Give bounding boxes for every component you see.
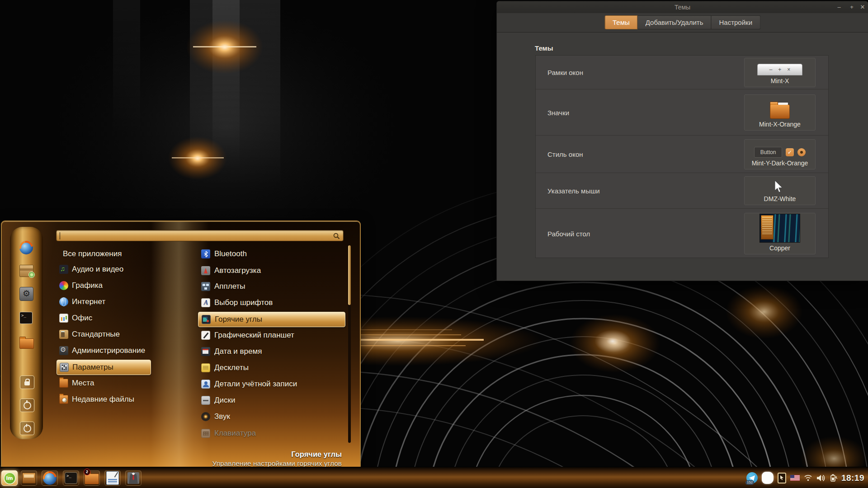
- tab-settings[interactable]: Настройки: [711, 15, 760, 29]
- terminal-icon: >_: [19, 312, 33, 324]
- category-administration[interactable]: Администрирование: [57, 343, 150, 358]
- taskbar-suit-app[interactable]: [125, 470, 142, 486]
- tab-bar: Темы Добавить/Удалить Настройки: [497, 13, 868, 33]
- mint-menu: ⚙ >_ Все приложения Аудио и видео График…: [1, 221, 361, 469]
- category-internet[interactable]: Интернет: [57, 295, 150, 309]
- app-keyboard[interactable]: Клавиатура: [198, 426, 344, 441]
- input-method-tray-icon[interactable]: [778, 473, 786, 483]
- window-borders-chooser[interactable]: – + × Mint-X: [744, 58, 816, 87]
- category-accessories[interactable]: Стандартные: [57, 327, 150, 342]
- account-icon: [201, 380, 210, 389]
- suit-icon: [127, 472, 140, 484]
- show-desktop-button[interactable]: [21, 470, 37, 486]
- row-desktop-background: Рабочий стол Copper: [536, 209, 828, 258]
- scrollbar-thumb[interactable]: [348, 245, 351, 305]
- category-office[interactable]: Офис: [57, 311, 150, 325]
- app-applets[interactable]: Апплеты: [198, 279, 344, 294]
- taskbar-terminal[interactable]: >_: [63, 470, 79, 486]
- minimize-button[interactable]: –: [835, 3, 844, 11]
- window-titlebar[interactable]: Темы – + ✕: [497, 1, 868, 14]
- window-content: Темы Рамки окон – + × Mint-X Значки Mint…: [497, 33, 868, 281]
- battery-icon[interactable]: [830, 474, 837, 482]
- category-places[interactable]: Места: [57, 376, 150, 390]
- keyboard-layout-flag[interactable]: [790, 475, 800, 481]
- app-font-selection[interactable]: Выбор шрифтов: [198, 296, 344, 310]
- app-hot-corners[interactable]: Горячие углы: [198, 312, 345, 327]
- keyboard-icon: [201, 429, 210, 438]
- category-recent-files[interactable]: Недавние файлы: [57, 392, 150, 407]
- theme-value: Mint-Y-Dark-Orange: [752, 160, 808, 167]
- audio-video-icon: [59, 265, 68, 274]
- disks-icon: [201, 396, 210, 405]
- app-sound[interactable]: Звук: [198, 409, 344, 424]
- gears-icon: ⚙: [19, 287, 33, 301]
- taskbar-writer[interactable]: [104, 470, 121, 486]
- menu-button[interactable]: lm: [1, 470, 18, 486]
- telegram-tray-icon[interactable]: 152: [746, 472, 758, 483]
- category-preferences[interactable]: Параметры: [57, 360, 151, 375]
- app-disks[interactable]: Диски: [198, 393, 344, 408]
- sound-icon: [201, 412, 210, 421]
- row-label: Рамки окон: [547, 69, 583, 76]
- logout-button[interactable]: [20, 399, 34, 412]
- maximize-button[interactable]: +: [847, 3, 856, 11]
- show-desktop-icon: [22, 473, 36, 483]
- office-icon: [59, 314, 68, 323]
- firefox-icon: [43, 471, 57, 485]
- category-graphics[interactable]: Графика: [57, 278, 150, 293]
- places-icon: [59, 379, 68, 388]
- app-autostart[interactable]: Автозагрузка: [198, 263, 344, 278]
- close-button[interactable]: ✕: [858, 3, 867, 11]
- app-date-time[interactable]: Дата и время: [198, 344, 344, 359]
- terminal-launcher[interactable]: >_: [19, 311, 33, 325]
- app-desklets[interactable]: Десклеты: [198, 361, 344, 375]
- hot-corners-icon: [202, 315, 211, 324]
- app-account-details[interactable]: Детали учётной записи: [198, 377, 344, 391]
- category-audio-video[interactable]: Аудио и видео: [57, 262, 150, 277]
- applets-icon: [201, 282, 210, 291]
- wallpaper-thumbnail: [760, 214, 800, 243]
- background-chooser[interactable]: Copper: [744, 213, 816, 254]
- icons-chooser[interactable]: Mint-X-Orange: [744, 94, 816, 131]
- administration-icon: [59, 346, 68, 355]
- app-bluetooth[interactable]: Bluetooth: [198, 247, 344, 261]
- terminal-icon: >_: [65, 472, 77, 484]
- notification-tray-icon[interactable]: [762, 472, 774, 484]
- mouse-cursor: [774, 180, 784, 193]
- row-label: Рабочий стол: [547, 230, 590, 238]
- settings-launcher[interactable]: ⚙: [19, 286, 33, 300]
- power-icon: [24, 425, 31, 432]
- row-mouse-pointer: Указатель мыши DMZ-White: [536, 173, 828, 209]
- category-all-applications[interactable]: Все приложения: [57, 247, 156, 261]
- shutdown-button[interactable]: [20, 422, 34, 435]
- taskbar-files[interactable]: 2: [84, 470, 100, 486]
- taskbar-firefox[interactable]: [42, 470, 58, 486]
- row-label: Указатель мыши: [547, 187, 600, 195]
- scrollbar[interactable]: [348, 245, 351, 443]
- files-launcher[interactable]: [19, 336, 33, 350]
- telegram-badge: 152: [745, 480, 754, 485]
- checkbox-preview: ✓: [786, 148, 794, 156]
- themes-window: Темы – + ✕ Темы Добавить/Удалить Настрой…: [496, 1, 868, 281]
- desktop: Темы – + ✕ Темы Добавить/Удалить Настрой…: [0, 0, 868, 488]
- logout-icon: [24, 402, 31, 409]
- search-icon: [333, 233, 340, 239]
- controls-chooser[interactable]: Button ✓ Mint-Y-Dark-Orange: [744, 139, 816, 169]
- wifi-icon[interactable]: [804, 474, 812, 481]
- volume-icon[interactable]: [816, 474, 826, 482]
- lock-screen-button[interactable]: [20, 375, 34, 389]
- app-graphics-tablet[interactable]: Графический планшет: [198, 328, 344, 343]
- package-manager-launcher[interactable]: [19, 263, 33, 277]
- taskbar-clock[interactable]: 18:19: [841, 473, 864, 483]
- mint-logo-icon: lm: [4, 472, 16, 484]
- firefox-launcher[interactable]: [19, 241, 33, 255]
- bluetooth-icon: [201, 249, 210, 258]
- row-controls-style: Стиль окон Button ✓ Mint-Y-Dark-Orange: [536, 136, 828, 173]
- row-icons: Значки Mint-X-Orange: [536, 89, 828, 136]
- theme-value: DMZ-White: [764, 195, 796, 202]
- theme-value: Copper: [769, 244, 790, 252]
- tab-add-remove[interactable]: Добавить/Удалить: [638, 15, 712, 29]
- selected-app-title: Горячие углы: [291, 450, 342, 459]
- tab-themes[interactable]: Темы: [604, 15, 638, 29]
- search-input[interactable]: [56, 230, 344, 241]
